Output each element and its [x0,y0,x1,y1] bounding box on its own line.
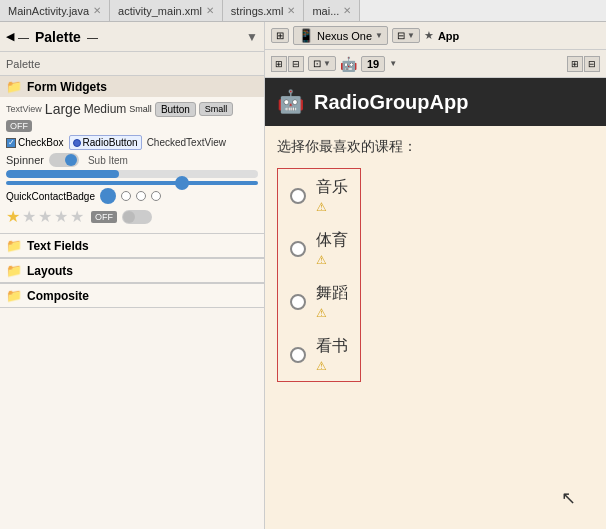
app-title: RadioGroupApp [314,91,468,114]
radio-circle-3 [290,347,306,363]
textview-row: TextView Large Medium Small Button Small… [6,101,258,132]
option-text-2: 舞蹈 ⚠ [316,283,348,320]
composite-folder-icon: 📁 [6,288,22,303]
device-panel: ⊞ 📱 Nexus One ▼ ⊟ ▼ ★ App ⊞ ⊟ ⊡ ▼ [265,22,606,529]
close-icon[interactable]: ✕ [287,5,295,16]
star-2[interactable]: ★ [22,207,36,226]
folder-icon: 📁 [6,79,22,94]
fit-width-btn[interactable]: ⊞ [567,56,583,72]
scroll-right-btn[interactable]: ⊟ [288,56,304,72]
textview-large[interactable]: Large [45,101,81,117]
layouts-header[interactable]: 📁 Layouts [0,259,264,283]
layout-toggle-btn[interactable]: ⊞ [271,28,289,43]
device-dropdown[interactable]: 📱 Nexus One ▼ [293,26,388,45]
separator: ★ [424,29,434,42]
text-fields-label: Text Fields [27,239,89,253]
textview-medium[interactable]: Medium [84,102,127,116]
seekbar-widget[interactable] [6,181,258,185]
text-fields-header[interactable]: 📁 Text Fields [0,234,264,258]
star-3[interactable]: ★ [38,207,52,226]
checkbox-radio-row: ✓ CheckBox RadioButton CheckedTextView [6,135,258,150]
radiobutton-label: RadioButton [83,137,138,148]
spinner-widget[interactable]: Spinner [6,154,44,166]
quick-contact-row: QuickContactBadge [6,188,258,204]
radio-option-1[interactable]: 体育 ⚠ [290,230,348,267]
quickcontact-badge[interactable] [100,188,116,204]
composite-header[interactable]: 📁 Composite [0,284,264,307]
star-5[interactable]: ★ [70,207,84,226]
spinner-row: Spinner Sub Item [6,153,258,167]
mouse-cursor: ↖ [561,487,576,509]
option-text-3: 看书 ⚠ [316,336,348,373]
phone-subtitle: 选择你最喜欢的课程： [277,138,594,156]
option-label-3: 看书 [316,336,348,357]
main-area: ◀ — Palette — ▼ Palette 📁 Form Widgets T… [0,22,606,529]
progressbar-widget[interactable] [6,170,258,178]
toggle-right-widget[interactable] [122,210,152,224]
textview-small[interactable]: Small [129,104,152,114]
checkedtextview-widget[interactable]: CheckedTextView [147,137,226,148]
text-fields-folder-icon: 📁 [6,238,22,253]
tab-label: strings.xml [231,5,284,17]
radio-empty-1[interactable] [121,191,131,201]
close-icon[interactable]: ✕ [206,5,214,16]
palette-expand-icon[interactable]: ▼ [246,30,258,44]
radiobutton-widget[interactable]: RadioButton [69,135,142,150]
star-4[interactable]: ★ [54,207,68,226]
radio-group-box: 音乐 ⚠ 体育 ⚠ 舞蹈 [277,168,361,382]
zoom-btn[interactable]: ⊡ ▼ [308,56,336,71]
close-icon[interactable]: ✕ [343,5,351,16]
radio-option-2[interactable]: 舞蹈 ⚠ [290,283,348,320]
layouts-folder-icon: 📁 [6,263,22,278]
radio-option-3[interactable]: 看书 ⚠ [290,336,348,373]
option-label-1: 体育 [316,230,348,251]
scroll-left-btn[interactable]: ⊞ [271,56,287,72]
toggle-thumb [123,211,135,223]
tab-activity-main[interactable]: activity_main.xml ✕ [110,0,223,21]
option-label-2: 舞蹈 [316,283,348,304]
textview-label: TextView [6,104,42,114]
close-icon[interactable]: ✕ [93,5,101,16]
toggle-off-widget[interactable]: OFF [6,120,32,132]
api-dropdown-arrow[interactable]: ▼ [389,59,397,68]
checkbox-widget[interactable]: ✓ CheckBox [6,137,64,148]
palette-nav-right[interactable]: — [18,31,29,43]
form-widgets-content: TextView Large Medium Small Button Small… [0,97,264,233]
layouts-label: Layouts [27,264,73,278]
layout-icon: ⊞ [276,30,284,41]
toggle-off-badge[interactable]: OFF [91,211,117,223]
phone-content: 选择你最喜欢的课程： 音乐 ⚠ 体育 ⚠ [265,126,606,394]
zoom-dropdown-arrow: ▼ [323,59,331,68]
option-text-1: 体育 ⚠ [316,230,348,267]
tab-strings[interactable]: strings.xml ✕ [223,0,305,21]
palette-nav-left[interactable]: ◀ [6,30,14,43]
tab-mai[interactable]: mai... ✕ [304,0,360,21]
warning-icon-2: ⚠ [316,306,348,320]
sub-item-label[interactable]: Sub Item [88,155,128,166]
small-button-widget[interactable]: Small [199,102,234,116]
warning-icon-3: ⚠ [316,359,348,373]
radio-empty-3[interactable] [151,191,161,201]
device-toolbar-2: ⊞ ⊟ ⊡ ▼ 🤖 19 ▼ ⊞ ⊟ [265,50,606,78]
text-fields-section: 📁 Text Fields [0,234,264,259]
config-icon: ⊟ [397,30,405,41]
form-widgets-section: 📁 Form Widgets TextView Large Medium Sma… [0,76,264,234]
layouts-section: 📁 Layouts [0,259,264,284]
app-label: App [438,30,459,42]
palette-nav-dash[interactable]: — [87,31,98,43]
screen-config-btn[interactable]: ⊟ ▼ [392,28,420,43]
tab-label: activity_main.xml [118,5,202,17]
button-widget[interactable]: Button [155,102,196,117]
fit-height-btn[interactable]: ⊟ [584,56,600,72]
composite-label: Composite [27,289,89,303]
option-text-0: 音乐 ⚠ [316,177,348,214]
form-widgets-label: Form Widgets [27,80,107,94]
form-widgets-header[interactable]: 📁 Form Widgets [0,76,264,97]
radio-empty-2[interactable] [136,191,146,201]
radio-option-0[interactable]: 音乐 ⚠ [290,177,348,214]
switch-widget[interactable] [49,153,79,167]
radio-circle-1 [290,241,306,257]
tab-mainactivity[interactable]: MainActivity.java ✕ [0,0,110,21]
star-1[interactable]: ★ [6,207,20,226]
warning-icon-0: ⚠ [316,200,348,214]
